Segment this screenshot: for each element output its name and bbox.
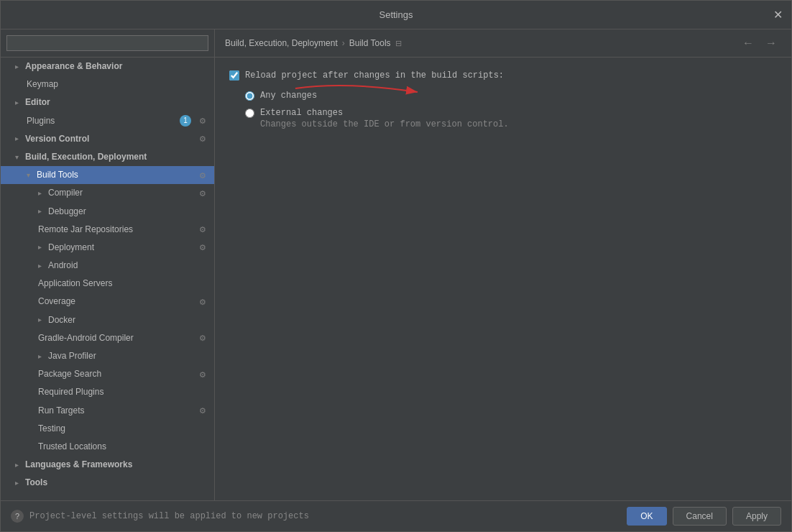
any-changes-radio[interactable] (245, 91, 254, 101)
sidebar-item-package-search[interactable]: Package Search ⚙ (1, 365, 214, 383)
sidebar-item-android[interactable]: Android (1, 257, 214, 275)
bottom-bar: ? Project-level settings will be applied… (1, 500, 791, 531)
chevron-icon (38, 242, 47, 253)
search-input[interactable] (6, 35, 208, 51)
sidebar-item-gradle-android[interactable]: Gradle-Android Compiler ⚙ (1, 329, 214, 347)
sidebar-item-deployment[interactable]: Deployment ⚙ (1, 239, 214, 257)
sidebar-item-app-servers[interactable]: Application Servers (1, 275, 214, 293)
sidebar-label-testing: Testing (38, 422, 208, 436)
any-changes-row: Any changes (245, 91, 777, 101)
sidebar-label-app-servers: Application Servers (38, 277, 208, 290)
chevron-icon (15, 477, 24, 489)
chevron-icon (38, 351, 47, 362)
nav-forward-button[interactable]: → (761, 35, 781, 51)
gear-icon[interactable]: ⚙ (197, 133, 208, 145)
gear-icon[interactable]: ⚙ (197, 188, 208, 199)
right-panel: Build, Execution, Deployment › Build Too… (215, 29, 791, 500)
sidebar-item-run-targets[interactable]: Run Targets ⚙ (1, 402, 214, 420)
sidebar-label-editor: Editor (25, 96, 208, 109)
external-changes-row: External changes (245, 108, 777, 118)
reload-label: Reload project after changes in the buil… (245, 70, 504, 81)
breadcrumb-part2: Build Tools (349, 38, 391, 48)
sidebar-label-gradle-android: Gradle-Android Compiler (38, 331, 194, 345)
sidebar-label-required-plugins: Required Plugins (38, 385, 208, 399)
chevron-icon (38, 260, 47, 272)
sidebar-label-tools: Tools (25, 476, 208, 490)
sidebar-label-debugger: Debugger (48, 205, 208, 219)
sidebar-item-build-exec-deploy[interactable]: Build, Execution, Deployment (1, 148, 214, 166)
sidebar-label-build-exec: Build, Execution, Deployment (25, 150, 208, 164)
gear-icon[interactable]: ⚙ (197, 296, 208, 308)
breadcrumb: Build, Execution, Deployment › Build Too… (225, 38, 402, 48)
breadcrumb-icon: ⊟ (395, 39, 402, 48)
gear-icon[interactable]: ⚙ (197, 170, 208, 181)
sidebar-item-testing[interactable]: Testing (1, 420, 214, 438)
sidebar-item-tools[interactable]: Tools (1, 474, 214, 492)
external-changes-label: External changes (260, 108, 343, 118)
gear-icon[interactable]: ⚙ (197, 405, 208, 416)
close-button[interactable]: ✕ (773, 9, 783, 21)
sidebar-label-appearance: Appearance & Behavior (25, 60, 208, 73)
gear-icon[interactable]: ⚙ (197, 369, 208, 380)
chevron-icon (27, 170, 35, 181)
chevron-icon (15, 97, 24, 109)
sidebar-item-coverage[interactable]: Coverage ⚙ (1, 293, 214, 311)
sidebar-item-java-profiler[interactable]: Java Profiler (1, 347, 214, 365)
sidebar-item-appearance[interactable]: Appearance & Behavior (1, 58, 214, 75)
sidebar-label-languages: Languages & Frameworks (25, 458, 208, 472)
chevron-icon (15, 133, 24, 145)
sidebar-label-compiler: Compiler (48, 186, 194, 200)
panel-header: Build, Execution, Deployment › Build Too… (215, 29, 791, 58)
sidebar-label-trusted-locations: Trusted Locations (38, 440, 208, 454)
bottom-left: ? Project-level settings will be applied… (11, 510, 309, 523)
panel-content: Reload project after changes in the buil… (215, 58, 791, 500)
sidebar: Appearance & Behavior Keymap Editor Plug… (1, 29, 215, 500)
breadcrumb-separator: › (342, 38, 345, 48)
sidebar-label-run-targets: Run Targets (38, 404, 194, 418)
chevron-icon (15, 61, 24, 73)
plugins-badge: 1 (180, 115, 191, 127)
sidebar-label-android: Android (48, 259, 208, 272)
sidebar-item-keymap[interactable]: Keymap (1, 75, 214, 93)
bottom-buttons: OK Cancel Apply (627, 507, 781, 526)
sidebar-item-version-control[interactable]: Version Control ⚙ (1, 130, 214, 148)
sidebar-item-required-plugins[interactable]: Required Plugins (1, 383, 214, 401)
gear-icon[interactable]: ⚙ (197, 332, 208, 344)
sidebar-label-package-search: Package Search (38, 367, 194, 381)
reload-checkbox[interactable] (229, 70, 239, 81)
sidebar-item-remote-jar[interactable]: Remote Jar Repositories ⚙ (1, 221, 214, 239)
sidebar-label-version-control: Version Control (25, 132, 194, 146)
dialog-title: Settings (379, 9, 413, 20)
sidebar-item-build-tools[interactable]: Build Tools ⚙ (1, 166, 214, 184)
title-bar: Settings ✕ (1, 1, 791, 29)
ok-button[interactable]: OK (627, 507, 666, 526)
chevron-icon (38, 188, 47, 199)
nav-back-button[interactable]: ← (738, 35, 758, 51)
sidebar-item-editor[interactable]: Editor (1, 93, 214, 111)
sidebar-item-compiler[interactable]: Compiler ⚙ (1, 184, 214, 202)
external-changes-desc: Changes outside the IDE or from version … (260, 119, 777, 129)
external-changes-radio[interactable] (245, 109, 254, 118)
sidebar-item-debugger[interactable]: Debugger (1, 203, 214, 221)
chevron-icon (15, 152, 24, 163)
sidebar-item-languages[interactable]: Languages & Frameworks (1, 456, 214, 474)
gear-icon[interactable]: ⚙ (197, 115, 208, 127)
any-changes-label: Any changes (260, 91, 317, 101)
radio-group: Any changes External changes Changes out… (245, 91, 777, 129)
chevron-icon (38, 206, 47, 217)
cancel-button[interactable]: Cancel (673, 507, 727, 526)
chevron-icon (15, 459, 24, 471)
main-content: Appearance & Behavior Keymap Editor Plug… (1, 29, 791, 500)
sidebar-item-plugins[interactable]: Plugins 1 ⚙ (1, 112, 214, 130)
sidebar-label-deployment: Deployment (48, 241, 194, 254)
sidebar-label-plugins: Plugins (27, 114, 180, 128)
apply-button[interactable]: Apply (732, 507, 781, 526)
sidebar-item-docker[interactable]: Docker (1, 311, 214, 329)
gear-icon[interactable]: ⚙ (197, 242, 208, 253)
gear-icon[interactable]: ⚙ (197, 224, 208, 235)
sidebar-item-trusted-locations[interactable]: Trusted Locations (1, 438, 214, 456)
sidebar-label-coverage: Coverage (38, 295, 194, 308)
sidebar-label-remote-jar: Remote Jar Repositories (38, 223, 194, 237)
reload-setting-row: Reload project after changes in the buil… (229, 70, 777, 81)
help-icon[interactable]: ? (11, 510, 24, 523)
